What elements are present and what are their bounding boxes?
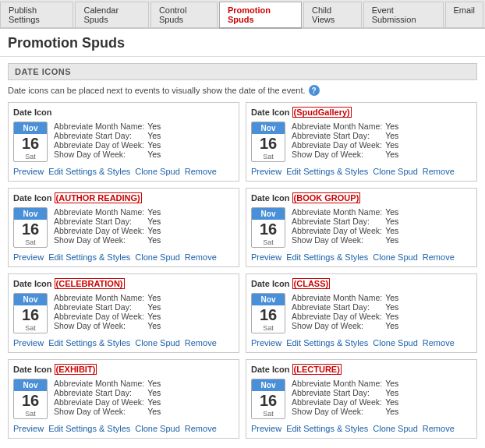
settings-value: Yes bbox=[385, 140, 398, 150]
settings-row-2-0: Abbreviate Month Name:Yes bbox=[54, 207, 161, 217]
settings-row-6-2: Abbreviate Day of Week:Yes bbox=[54, 397, 161, 407]
card-actions-1: PreviewEdit Settings & StylesClone SpudR… bbox=[251, 167, 472, 176]
settings-row-4-0: Abbreviate Month Name:Yes bbox=[54, 293, 161, 302]
settings-value: Yes bbox=[385, 407, 398, 416]
date-icon-month: Nov bbox=[252, 122, 285, 134]
section-description-text: Date icons can be placed next to events … bbox=[8, 86, 306, 95]
action-preview-4[interactable]: Preview bbox=[13, 338, 44, 347]
action-edit-settings-&-styles-1[interactable]: Edit Settings & Styles bbox=[286, 167, 368, 176]
action-edit-settings-&-styles-3[interactable]: Edit Settings & Styles bbox=[286, 252, 368, 262]
settings-label: Abbreviate Month Name: bbox=[54, 122, 144, 131]
tab-email[interactable]: Email bbox=[445, 2, 484, 27]
date-icon-month: Nov bbox=[14, 122, 47, 134]
tab-child-views[interactable]: Child Views bbox=[303, 2, 362, 27]
tab-publish-settings[interactable]: Publish Settings bbox=[0, 2, 73, 27]
section-description: Date icons can be placed next to events … bbox=[8, 85, 477, 96]
settings-row-6-3: Show Day of Week:Yes bbox=[54, 407, 161, 416]
settings-row-7-1: Abbreviate Start Day:Yes bbox=[292, 388, 398, 397]
action-remove-6[interactable]: Remove bbox=[185, 424, 217, 433]
action-preview-7[interactable]: Preview bbox=[251, 424, 281, 433]
settings-value: Yes bbox=[147, 397, 161, 407]
date-icon-day: 16 bbox=[14, 220, 47, 238]
settings-list-2: Abbreviate Month Name:YesAbbreviate Star… bbox=[54, 207, 161, 248]
action-edit-settings-&-styles-0[interactable]: Edit Settings & Styles bbox=[48, 167, 130, 176]
settings-value: Yes bbox=[385, 150, 398, 159]
card-body-4: Nov 16 Sat Abbreviate Month Name:YesAbbr… bbox=[13, 293, 234, 333]
settings-label: Abbreviate Start Day: bbox=[292, 388, 370, 397]
settings-row-1-2: Abbreviate Day of Week:Yes bbox=[292, 140, 398, 150]
date-icon-day: 16 bbox=[252, 134, 285, 153]
settings-value: Yes bbox=[147, 321, 161, 330]
action-remove-5[interactable]: Remove bbox=[423, 338, 455, 347]
settings-row-0-3: Show Day of Week:Yes bbox=[54, 150, 161, 159]
settings-row-3-0: Abbreviate Month Name:Yes bbox=[292, 207, 398, 217]
action-clone-spud-7[interactable]: Clone Spud bbox=[373, 424, 418, 433]
action-clone-spud-4[interactable]: Clone Spud bbox=[135, 338, 180, 347]
date-icon-day: 16 bbox=[252, 305, 285, 324]
date-icon-3: Nov 16 Sat bbox=[251, 207, 285, 248]
action-preview-5[interactable]: Preview bbox=[251, 338, 281, 347]
date-icon-day: 16 bbox=[252, 391, 285, 410]
card-3: Date Icon (BOOK GROUP) Nov 16 Sat Abbrev… bbox=[246, 188, 477, 267]
settings-value: Yes bbox=[147, 407, 161, 416]
action-clone-spud-2[interactable]: Clone Spud bbox=[135, 252, 180, 262]
action-edit-settings-&-styles-7[interactable]: Edit Settings & Styles bbox=[286, 424, 368, 433]
help-icon[interactable]: ? bbox=[309, 85, 320, 96]
action-remove-7[interactable]: Remove bbox=[423, 424, 455, 433]
action-remove-2[interactable]: Remove bbox=[185, 252, 217, 262]
tab-event-submission[interactable]: Event Submission bbox=[363, 2, 444, 27]
settings-row-7-3: Show Day of Week:Yes bbox=[292, 407, 398, 416]
settings-label: Abbreviate Month Name: bbox=[292, 379, 382, 388]
card-title-2: Date Icon (AUTHOR READING) bbox=[13, 193, 234, 203]
tab-calendar-spuds[interactable]: Calendar Spuds bbox=[75, 2, 148, 27]
action-preview-2[interactable]: Preview bbox=[13, 252, 44, 262]
card-4: Date Icon (CELEBRATION) Nov 16 Sat Abbre… bbox=[8, 273, 239, 353]
section-header: DATE ICONS bbox=[8, 63, 477, 80]
action-preview-1[interactable]: Preview bbox=[251, 167, 281, 176]
settings-label: Show Day of Week: bbox=[292, 407, 363, 416]
action-remove-1[interactable]: Remove bbox=[423, 167, 455, 176]
card-title-4: Date Icon (CELEBRATION) bbox=[13, 279, 234, 288]
action-clone-spud-6[interactable]: Clone Spud bbox=[135, 424, 180, 433]
settings-row-4-3: Show Day of Week:Yes bbox=[54, 321, 161, 330]
settings-label: Show Day of Week: bbox=[54, 407, 126, 416]
action-clone-spud-0[interactable]: Clone Spud bbox=[135, 167, 180, 176]
action-edit-settings-&-styles-4[interactable]: Edit Settings & Styles bbox=[48, 338, 130, 347]
date-icon-dayname: Sat bbox=[252, 238, 285, 246]
date-icon-month: Nov bbox=[252, 208, 285, 220]
date-icon-month: Nov bbox=[252, 294, 285, 305]
date-icon-day: 16 bbox=[14, 134, 47, 153]
settings-label: Abbreviate Start Day: bbox=[292, 302, 370, 312]
settings-row-7-0: Abbreviate Month Name:Yes bbox=[292, 379, 398, 388]
settings-label: Abbreviate Month Name: bbox=[54, 207, 144, 217]
card-body-7: Nov 16 Sat Abbreviate Month Name:YesAbbr… bbox=[251, 379, 472, 419]
settings-value: Yes bbox=[147, 312, 161, 321]
settings-row-1-0: Abbreviate Month Name:Yes bbox=[292, 122, 398, 131]
date-icon-4: Nov 16 Sat bbox=[13, 293, 48, 333]
card-body-5: Nov 16 Sat Abbreviate Month Name:YesAbbr… bbox=[251, 293, 472, 333]
tab-control-spuds[interactable]: Control Spuds bbox=[150, 2, 218, 27]
settings-row-5-1: Abbreviate Start Day:Yes bbox=[292, 302, 398, 312]
settings-value: Yes bbox=[147, 293, 161, 302]
date-icon-month: Nov bbox=[14, 208, 47, 220]
action-clone-spud-1[interactable]: Clone Spud bbox=[373, 167, 418, 176]
card-body-2: Nov 16 Sat Abbreviate Month Name:YesAbbr… bbox=[13, 207, 234, 248]
settings-label: Abbreviate Start Day: bbox=[54, 131, 132, 140]
action-edit-settings-&-styles-5[interactable]: Edit Settings & Styles bbox=[286, 338, 368, 347]
settings-label: Abbreviate Month Name: bbox=[54, 379, 144, 388]
action-remove-3[interactable]: Remove bbox=[423, 252, 455, 262]
action-remove-4[interactable]: Remove bbox=[185, 338, 217, 347]
settings-label: Abbreviate Day of Week: bbox=[54, 226, 144, 235]
tab-promotion-spuds[interactable]: Promotion Spuds bbox=[219, 2, 302, 29]
action-clone-spud-3[interactable]: Clone Spud bbox=[373, 252, 418, 262]
settings-value: Yes bbox=[147, 140, 161, 150]
action-clone-spud-5[interactable]: Clone Spud bbox=[373, 338, 418, 347]
action-remove-0[interactable]: Remove bbox=[185, 167, 217, 176]
action-preview-3[interactable]: Preview bbox=[251, 252, 281, 262]
settings-value: Yes bbox=[385, 217, 398, 226]
action-preview-6[interactable]: Preview bbox=[13, 424, 44, 433]
action-edit-settings-&-styles-2[interactable]: Edit Settings & Styles bbox=[48, 252, 130, 262]
settings-row-1-1: Abbreviate Start Day:Yes bbox=[292, 131, 398, 140]
action-edit-settings-&-styles-6[interactable]: Edit Settings & Styles bbox=[48, 424, 130, 433]
action-preview-0[interactable]: Preview bbox=[13, 167, 44, 176]
